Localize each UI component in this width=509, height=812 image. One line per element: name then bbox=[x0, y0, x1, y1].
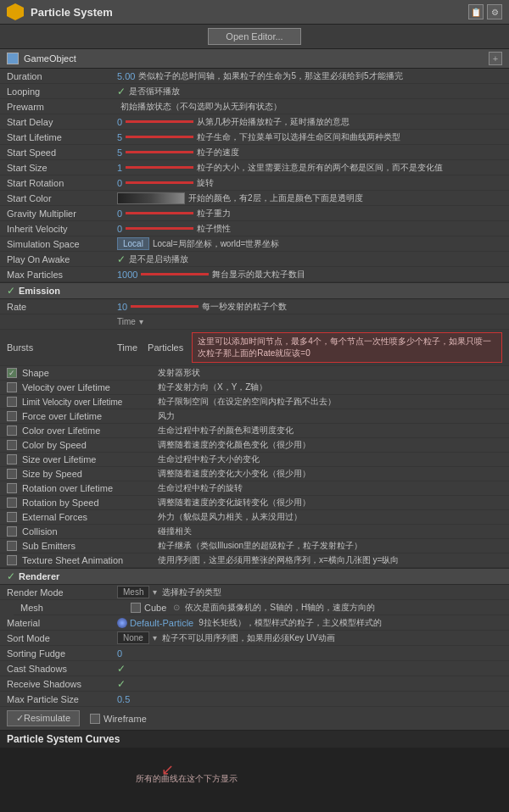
wireframe-checkbox[interactable] bbox=[90, 714, 100, 724]
collision-checkbox[interactable] bbox=[7, 526, 17, 537]
wireframe-toggle[interactable]: Wireframe bbox=[90, 714, 147, 724]
module-size-speed: Size by Speed 调整随着速度的变化大小变化（很少用） bbox=[0, 467, 509, 481]
curves-area: ↙ 所有的曲线在这个下方显示 bbox=[0, 748, 509, 812]
size-lifetime-desc: 生命过程中粒子大小的变化 bbox=[158, 453, 506, 465]
sim-space-label: Simulation Space bbox=[7, 239, 117, 249]
max-particle-size-value[interactable]: 0.5 bbox=[117, 694, 130, 704]
gear-icon[interactable]: ⚙ bbox=[487, 4, 502, 19]
max-particles-label: Max Particles bbox=[7, 270, 117, 280]
cast-shadows-label: Cast Shadows bbox=[7, 664, 117, 674]
cast-shadows-value[interactable]: ✓ bbox=[117, 663, 126, 675]
emission-checkbox[interactable]: ✓ bbox=[7, 285, 15, 297]
panel-title: Particle System bbox=[31, 6, 461, 19]
sorting-fudge-value[interactable]: 0 bbox=[117, 648, 122, 659]
prop-max-particle-size: Max Particle Size 0.5 bbox=[0, 692, 509, 707]
renderer-checkbox[interactable]: ✓ bbox=[7, 570, 15, 582]
start-rotation-value[interactable]: 0 bbox=[117, 178, 122, 188]
size-speed-checkbox[interactable] bbox=[7, 469, 17, 479]
sim-space-desc: Local=局部坐标，world=世界坐标 bbox=[153, 238, 506, 250]
default-particle-icon bbox=[117, 618, 127, 628]
start-lifetime-label: Start Lifetime bbox=[7, 132, 117, 142]
start-size-value[interactable]: 1 bbox=[117, 163, 122, 173]
start-rotation-label: Start Rotation bbox=[7, 178, 117, 188]
play-awake-value[interactable]: ✓ bbox=[117, 253, 126, 265]
start-color-swatch[interactable] bbox=[117, 192, 185, 204]
render-mode-dropdown[interactable]: ▾ bbox=[153, 587, 157, 597]
rot-speed-checkbox[interactable] bbox=[7, 498, 17, 508]
limit-vel-checkbox[interactable] bbox=[7, 397, 17, 407]
inherit-velocity-value[interactable]: 0 bbox=[117, 224, 122, 234]
module-limit-vel: Limit Velocity over Lifetime 粒子限制空间（在设定的… bbox=[0, 395, 509, 409]
color-lifetime-desc: 生命过程中粒子的颜色和透明度变化 bbox=[158, 425, 506, 437]
shape-checkbox[interactable]: ✓ bbox=[7, 368, 17, 378]
mesh-cube-checkbox[interactable] bbox=[131, 603, 141, 613]
gameobject-row: GameObject + bbox=[0, 48, 509, 69]
render-mode-value[interactable]: Mesh bbox=[117, 586, 149, 598]
renderer-label: Renderer bbox=[19, 571, 59, 581]
bottom-buttons: ✓Resimulate Wireframe bbox=[0, 707, 509, 730]
start-speed-value[interactable]: 5 bbox=[117, 147, 122, 158]
render-mode-label: Render Mode bbox=[7, 587, 117, 598]
mesh-desc: 依次是面向摄像机的，S轴的，H轴的，速度方向的 bbox=[185, 602, 506, 614]
vel-lifetime-checkbox[interactable] bbox=[7, 382, 17, 392]
gravity-value[interactable]: 0 bbox=[117, 209, 122, 219]
start-speed-desc: 粒子的速度 bbox=[197, 147, 506, 159]
clipboard-icon[interactable]: 📋 bbox=[468, 4, 484, 19]
curves-desc: 所有的曲线在这个下方显示 bbox=[136, 773, 238, 785]
start-delay-value[interactable]: 0 bbox=[117, 117, 122, 127]
max-particles-value[interactable]: 1000 bbox=[117, 270, 137, 280]
start-rotation-desc: 旋转 bbox=[197, 177, 506, 189]
prop-inherit-velocity: Inherit Velocity 0 粒子惯性 bbox=[0, 221, 509, 236]
sort-desc: 粒子不可以用序列图，如果用必须Key UV动画 bbox=[162, 632, 506, 644]
rot-lifetime-label: Rotation over Lifetime bbox=[22, 483, 158, 493]
prop-time: Time ▾ bbox=[0, 314, 509, 330]
module-rot-lifetime: Rotation over Lifetime 生命过程中粒子的旋转 bbox=[0, 481, 509, 496]
start-size-desc: 粒子的大小，这里需要注意是所有的两个都是区间，而不是变化值 bbox=[197, 162, 506, 174]
inherit-velocity-label: Inherit Velocity bbox=[7, 224, 117, 234]
renderer-section-header[interactable]: ✓ Renderer bbox=[0, 568, 509, 585]
time-value[interactable]: Time bbox=[117, 317, 136, 326]
rot-lifetime-checkbox[interactable] bbox=[7, 483, 17, 493]
sort-mode-dropdown[interactable]: ▾ bbox=[153, 633, 157, 642]
open-editor-button[interactable]: Open Editor... bbox=[208, 28, 300, 45]
receive-shadows-value[interactable]: ✓ bbox=[117, 678, 126, 690]
size-lifetime-checkbox[interactable] bbox=[7, 454, 17, 464]
material-desc: 9拉长矩线），模型样式的粒子，主义模型样式的 bbox=[199, 617, 506, 629]
duration-value[interactable]: 5.00 bbox=[117, 71, 135, 81]
color-lifetime-label: Color over Lifetime bbox=[22, 425, 158, 436]
start-lifetime-desc: 粒子生命，下拉菜单可以选择生命区间和曲线两种类型 bbox=[197, 131, 506, 143]
emission-section-header[interactable]: ✓ Emission bbox=[0, 282, 509, 299]
resimulate-button[interactable]: ✓Resimulate bbox=[7, 710, 80, 726]
sub-emitters-checkbox[interactable] bbox=[7, 541, 17, 551]
rot-speed-label: Rotation by Speed bbox=[22, 498, 158, 508]
rot-lifetime-desc: 生命过程中粒子的旋转 bbox=[158, 482, 506, 494]
ext-forces-checkbox[interactable] bbox=[7, 512, 17, 522]
module-rot-speed: Rotation by Speed 调整随着速度的变化旋转变化（很少用） bbox=[0, 496, 509, 510]
limit-vel-desc: 粒子限制空间（在设定的空间内粒子跑不出去） bbox=[158, 396, 506, 408]
prop-simulation-space: Simulation Space Local Local=局部坐标，world=… bbox=[0, 236, 509, 252]
prop-prewarm: Prewarm 初始播放状态（不勾选即为从无到有状态） bbox=[0, 99, 509, 114]
play-awake-label: Play On Awake bbox=[7, 254, 117, 264]
prop-gravity: Gravity Multiplier 0 粒子重力 bbox=[0, 206, 509, 221]
material-value[interactable]: Default-Particle bbox=[130, 618, 193, 628]
add-component-button[interactable]: + bbox=[489, 52, 502, 65]
force-label: Force over Lifetime bbox=[22, 411, 158, 421]
shape-label: Shape bbox=[22, 368, 158, 378]
color-lifetime-checkbox[interactable] bbox=[7, 425, 17, 436]
start-color-label: Start Color bbox=[7, 193, 117, 203]
start-lifetime-value[interactable]: 5 bbox=[117, 132, 122, 142]
collision-label: Collision bbox=[22, 526, 158, 537]
size-lifetime-label: Size over Lifetime bbox=[22, 454, 158, 464]
prop-start-size: Start Size 1 粒子的大小，这里需要注意是所有的两个都是区间，而不是变… bbox=[0, 160, 509, 175]
texture-sheet-checkbox[interactable] bbox=[7, 555, 17, 565]
sim-space-value[interactable]: Local bbox=[117, 237, 149, 250]
sub-emitters-label: Sub Emitters bbox=[22, 541, 158, 551]
sort-mode-value[interactable]: None bbox=[117, 631, 149, 644]
looping-value[interactable]: ✓ bbox=[117, 86, 126, 97]
mesh-dropdown-icon[interactable]: ⊙ bbox=[173, 603, 180, 612]
color-speed-checkbox[interactable] bbox=[7, 440, 17, 450]
limit-vel-label: Limit Velocity over Lifetime bbox=[22, 398, 158, 407]
force-checkbox[interactable] bbox=[7, 411, 17, 421]
prewarm-desc: 初始播放状态（不勾选即为从无到有状态） bbox=[120, 101, 506, 113]
rate-value[interactable]: 10 bbox=[117, 302, 127, 312]
